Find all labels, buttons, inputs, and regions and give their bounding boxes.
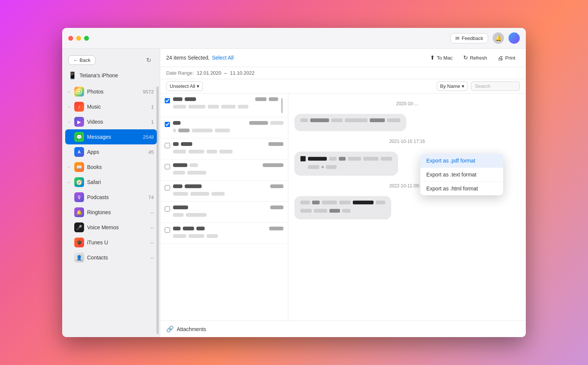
scroll-indicator	[281, 97, 283, 113]
refresh-button[interactable]: ↻ Refresh	[459, 52, 492, 63]
sidebar-item-itunesu[interactable]: 🎓 iTunes U --	[62, 235, 160, 250]
device-info: 📱 Tetiana's iPhone	[62, 70, 160, 84]
message-checkbox[interactable]	[165, 98, 170, 103]
back-arrow-icon: ←	[73, 57, 78, 63]
refresh-icon: ↻	[463, 54, 468, 61]
music-label: Music	[87, 104, 151, 110]
message-content	[173, 121, 283, 134]
message-checkbox[interactable]	[165, 143, 170, 148]
feedback-button[interactable]: ✉ Feedback	[450, 33, 488, 43]
sidebar-item-photos[interactable]: › Photos 9572	[62, 84, 160, 99]
back-button[interactable]: ← Back	[68, 55, 95, 65]
message-checkbox[interactable]	[165, 227, 170, 233]
chevron-icon: ›	[68, 90, 73, 94]
print-button[interactable]: 🖨 Print	[493, 53, 520, 63]
safari-icon: 🧭	[74, 177, 84, 187]
sidebar-item-ringtones[interactable]: 🔔 Ringtones --	[62, 205, 160, 220]
bell-icon: 🔔	[495, 35, 502, 41]
message-content	[173, 227, 283, 240]
list-item[interactable]	[160, 223, 288, 244]
attachments-label: Attachments	[177, 326, 206, 332]
refresh-label: Refresh	[470, 55, 487, 61]
ringtones-label: Ringtones	[87, 209, 150, 215]
sidebar-item-podcasts[interactable]: 🎙 Podcasts 74	[62, 190, 160, 205]
device-name: Tetiana's iPhone	[80, 72, 118, 78]
date-range-from: 12.01.2020	[197, 70, 221, 76]
sidebar-scrollbar[interactable]	[156, 86, 159, 334]
minimize-button[interactable]	[76, 36, 81, 41]
sidebar-item-safari[interactable]: › 🧭 Safari	[62, 175, 160, 190]
podcasts-label: Podcasts	[87, 194, 149, 200]
podcasts-count: 74	[149, 195, 154, 200]
message-content	[173, 97, 278, 110]
sidebar-item-music[interactable]: › ♪ Music 1	[62, 99, 160, 114]
list-item[interactable]	[160, 94, 288, 117]
safari-label: Safari	[87, 179, 154, 185]
timestamp: 2020-10-...	[294, 101, 520, 106]
message-checkbox[interactable]	[165, 185, 170, 190]
videos-icon: ▶	[74, 117, 84, 127]
sidebar-header: ← Back ↻	[62, 52, 160, 70]
traffic-lights	[68, 36, 89, 41]
unselect-all-button[interactable]: Unselect All ▾	[166, 81, 203, 91]
contacts-count: --	[150, 255, 154, 261]
music-count: 1	[151, 104, 154, 110]
by-name-button[interactable]: By Name ▾	[437, 81, 468, 91]
attachments-icon: 🔗	[166, 325, 174, 333]
sidebar-item-books[interactable]: › 📖 Books	[62, 159, 160, 175]
list-item[interactable]	[160, 202, 288, 223]
message-checkbox[interactable]	[165, 206, 170, 212]
date-range-dash: –	[224, 70, 227, 76]
sidebar-item-voicememos[interactable]: 🎤 Voice Memos --	[62, 220, 160, 235]
list-item[interactable]	[160, 181, 288, 202]
voicememos-label: Voice Memos	[87, 224, 150, 230]
to-mac-button[interactable]: ⬆ To Mac	[426, 52, 457, 63]
back-label: Back	[80, 57, 90, 63]
list-item[interactable]	[160, 138, 288, 159]
toolbar-left: 24 items Selected, Select All	[166, 55, 234, 61]
sidebar-item-contacts[interactable]: 👤 Contacts --	[62, 250, 160, 265]
sidebar-item-messages[interactable]: 💬 Messages 2548	[65, 129, 157, 144]
apps-icon: A	[74, 147, 84, 157]
chevron-icon: ›	[68, 180, 73, 184]
sidebar-item-videos[interactable]: › ▶ Videos 1	[62, 114, 160, 129]
feedback-icon: ✉	[455, 35, 459, 41]
message-checkbox[interactable]	[165, 164, 170, 169]
photos-label: Photos	[87, 89, 143, 95]
select-all-link[interactable]: Select All	[212, 55, 234, 61]
sidebar: ← Back ↻ 📱 Tetiana's iPhone › Photos	[62, 49, 160, 337]
export-text-item[interactable]: Export as .text format	[420, 168, 503, 182]
sidebar-item-apps[interactable]: A Apps 45	[62, 144, 160, 159]
messages-label: Messages	[87, 134, 143, 140]
music-icon: ♪	[74, 102, 84, 112]
unselect-all-label: Unselect All	[170, 83, 195, 89]
export-pdf-label: Export as .pdf format	[426, 158, 475, 164]
search-box: Search	[471, 81, 520, 91]
title-bar: ✉ Feedback 🔔	[62, 28, 526, 49]
close-button[interactable]	[68, 36, 73, 41]
export-pdf-item[interactable]: Export as .pdf format	[420, 154, 503, 168]
device-icon: 📱	[68, 71, 77, 80]
message-content	[173, 142, 283, 155]
chevron-icon: ›	[68, 120, 73, 124]
export-html-item[interactable]: Export as .html format	[420, 182, 503, 195]
photos-icon	[74, 87, 84, 97]
photos-count: 9572	[143, 89, 154, 95]
videos-label: Videos	[87, 119, 151, 125]
avatar[interactable]	[508, 32, 520, 44]
chevron-icon: ›	[68, 165, 73, 169]
sidebar-refresh-button[interactable]: ↻	[143, 55, 154, 65]
timestamp: 2021-10-10 17:16	[294, 139, 520, 144]
notifications-button[interactable]: 🔔	[493, 32, 504, 44]
to-mac-label: To Mac	[437, 55, 453, 61]
feedback-label: Feedback	[462, 35, 483, 41]
export-text-label: Export as .text format	[426, 172, 476, 178]
message-checkbox[interactable]	[165, 122, 170, 127]
list-item[interactable]	[160, 117, 288, 138]
items-selected-text: 24 items Selected,	[166, 55, 210, 61]
maximize-button[interactable]	[84, 36, 89, 41]
podcasts-icon: 🎙	[74, 192, 84, 202]
list-item[interactable]	[160, 159, 288, 181]
apps-label: Apps	[87, 149, 149, 155]
date-range-label: Date Range:	[166, 70, 194, 76]
